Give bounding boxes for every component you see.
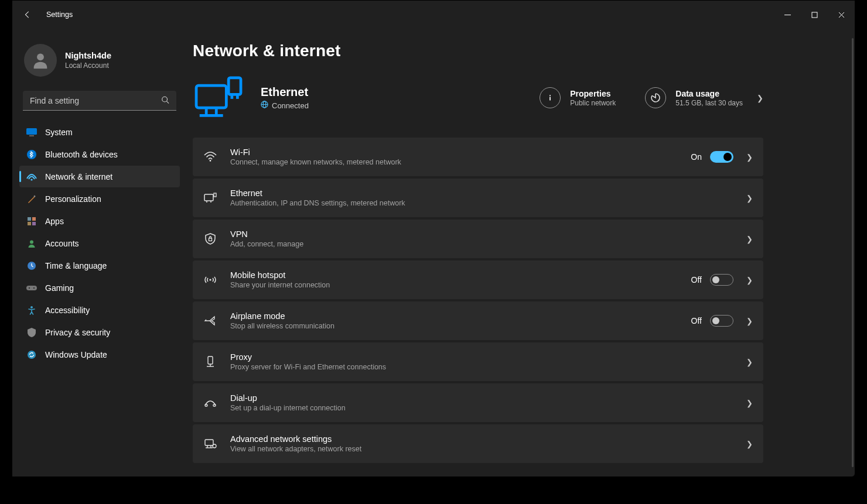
row-title: Advanced network settings <box>230 434 729 444</box>
minimize-button[interactable] <box>774 1 801 29</box>
svg-point-19 <box>29 287 30 288</box>
sidebar-item-apps[interactable]: Apps <box>19 210 180 232</box>
svg-point-35 <box>210 160 211 162</box>
globe-icon <box>261 101 268 110</box>
svg-line-6 <box>167 101 169 104</box>
row-sub: Stop all wireless communication <box>230 322 678 330</box>
dialup-icon <box>203 398 217 407</box>
status-right: Properties Public network Data usage 51.… <box>540 87 763 108</box>
row-proxy[interactable]: Proxy Proxy server for Wi-Fi and Etherne… <box>193 342 763 381</box>
hotspot-icon <box>203 275 217 285</box>
svg-rect-34 <box>549 97 551 101</box>
data-usage-icon <box>645 87 666 108</box>
settings-window: Settings Nightsh4de Local Account <box>12 0 855 477</box>
user-name: Nightsh4de <box>65 51 111 60</box>
ethernet-graphic-icon <box>193 74 245 121</box>
connection-status: Connected <box>261 101 448 110</box>
row-sub: Proxy server for Wi-Fi and Ethernet conn… <box>230 363 729 371</box>
wifi-toggle[interactable] <box>710 151 733 163</box>
svg-point-20 <box>33 287 35 288</box>
advanced-icon <box>203 438 217 449</box>
sidebar-item-label: Accessibility <box>45 306 90 315</box>
sidebar-item-personalization[interactable]: Personalization <box>19 188 180 210</box>
main: Network & internet Ethernet <box>187 29 855 476</box>
svg-rect-12 <box>28 217 31 221</box>
status-row: Ethernet Connected <box>193 71 763 132</box>
row-text: Ethernet Authentication, IP and DNS sett… <box>230 188 729 207</box>
row-sub: Connect, manage known networks, metered … <box>230 158 678 166</box>
time-icon <box>26 260 37 271</box>
search-icon <box>161 96 169 106</box>
svg-rect-45 <box>205 404 207 406</box>
search-input[interactable] <box>23 91 176 111</box>
maximize-button[interactable] <box>801 1 828 29</box>
sidebar-item-update[interactable]: Windows Update <box>19 344 180 365</box>
sidebar-item-label: Accounts <box>45 239 79 248</box>
sidebar-item-accessibility[interactable]: Accessibility <box>19 299 180 321</box>
svg-rect-8 <box>29 135 34 136</box>
body-area: Nightsh4de Local Account System Bluetoot… <box>12 29 855 476</box>
chevron-right-icon: ❯ <box>746 358 753 366</box>
row-dialup[interactable]: Dial-up Set up a dial-up internet connec… <box>193 383 763 422</box>
airplane-toggle[interactable] <box>710 315 733 327</box>
avatar <box>24 44 57 77</box>
data-usage-title: Data usage <box>675 89 743 98</box>
row-text: Proxy Proxy server for Wi-Fi and Etherne… <box>230 352 729 371</box>
svg-point-22 <box>28 351 36 359</box>
row-sub: View all network adapters, network reset <box>230 445 729 453</box>
svg-point-41 <box>209 279 211 280</box>
gaming-icon <box>26 283 37 293</box>
row-airplane[interactable]: Airplane mode Stop all wireless communic… <box>193 301 763 340</box>
vpn-icon <box>203 233 217 245</box>
titlebar: Settings <box>12 1 855 29</box>
svg-rect-39 <box>214 193 216 197</box>
row-title: VPN <box>230 229 729 239</box>
chevron-right-icon: ❯ <box>746 235 753 244</box>
properties-title: Properties <box>570 89 616 98</box>
row-ethernet[interactable]: Ethernet Authentication, IP and DNS sett… <box>193 179 763 217</box>
chevron-right-icon: ❯ <box>746 440 753 448</box>
back-button[interactable] <box>23 10 32 19</box>
hotspot-toggle[interactable] <box>710 274 733 286</box>
sidebar: Nightsh4de Local Account System Bluetoot… <box>12 29 187 476</box>
sidebar-item-system[interactable]: System <box>19 121 180 143</box>
data-usage-block[interactable]: Data usage 51.5 GB, last 30 days ❯ <box>645 87 763 108</box>
row-wifi[interactable]: Wi-Fi Connect, manage known networks, me… <box>193 138 763 176</box>
row-text: Dial-up Set up a dial-up internet connec… <box>230 393 729 412</box>
sidebar-item-label: Time & language <box>45 261 107 270</box>
row-sub: Set up a dial-up internet connection <box>230 404 729 412</box>
sidebar-item-network[interactable]: Network & internet <box>19 166 180 187</box>
row-advanced[interactable]: Advanced network settings View all netwo… <box>193 424 763 463</box>
sidebar-item-label: Network & internet <box>45 172 112 181</box>
sidebar-item-label: Privacy & security <box>45 328 110 337</box>
row-title: Dial-up <box>230 393 729 403</box>
row-vpn[interactable]: VPN Add, connect, manage ❯ <box>193 220 763 258</box>
properties-block[interactable]: Properties Public network <box>540 87 616 108</box>
nav: System Bluetooth & devices Network & int… <box>19 121 180 365</box>
row-text: Mobile hotspot Share your internet conne… <box>230 270 678 289</box>
sidebar-item-gaming[interactable]: Gaming <box>19 277 180 299</box>
svg-point-33 <box>549 95 551 96</box>
svg-rect-47 <box>205 440 213 445</box>
row-title: Airplane mode <box>230 311 678 321</box>
connection-label[interactable]: Ethernet Connected <box>261 85 448 110</box>
sidebar-item-privacy[interactable]: Privacy & security <box>19 321 180 343</box>
row-title: Ethernet <box>230 188 729 198</box>
sidebar-item-label: Gaming <box>45 283 74 293</box>
svg-point-4 <box>37 53 44 60</box>
svg-point-21 <box>30 306 33 308</box>
page-title: Network & internet <box>193 42 763 60</box>
sidebar-item-bluetooth[interactable]: Bluetooth & devices <box>19 143 180 165</box>
sidebar-item-time[interactable]: Time & language <box>19 255 180 276</box>
sidebar-item-accounts[interactable]: Accounts <box>19 232 180 254</box>
row-text: Airplane mode Stop all wireless communic… <box>230 311 678 330</box>
svg-point-5 <box>162 97 168 102</box>
sidebar-item-label: Windows Update <box>45 350 107 359</box>
close-button[interactable] <box>828 1 855 29</box>
row-hotspot[interactable]: Mobile hotspot Share your internet conne… <box>193 260 763 299</box>
svg-rect-14 <box>28 222 31 225</box>
proxy-icon <box>203 355 217 368</box>
properties-text: Properties Public network <box>570 89 616 107</box>
user-block[interactable]: Nightsh4de Local Account <box>19 36 180 88</box>
row-right: Off ❯ <box>691 274 753 286</box>
